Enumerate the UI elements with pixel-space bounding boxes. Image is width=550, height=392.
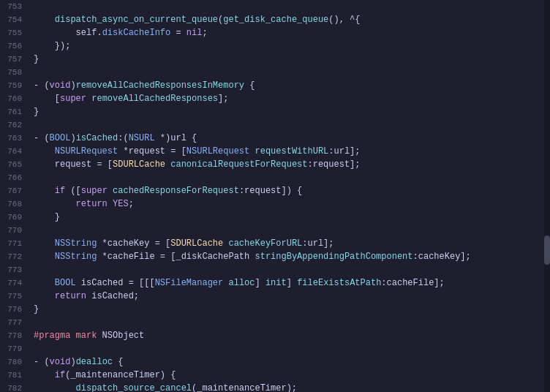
code-line-755: self.diskCacheInfo = nil;	[34, 26, 550, 39]
code-line-768: return YES;	[34, 197, 550, 211]
ln-761: 761	[0, 105, 22, 118]
code-line-769: }	[34, 211, 550, 224]
ln-778: 778	[0, 329, 22, 342]
scrollbar-thumb[interactable]	[544, 235, 550, 265]
code-line-776: }	[34, 303, 550, 316]
ln-760: 760	[0, 92, 22, 105]
code-line-754: dispatch_async_on_current_queue(get_disk…	[34, 13, 550, 26]
ln-762: 762	[0, 118, 22, 132]
code-line-753	[34, 0, 550, 13]
code-line-758	[34, 66, 550, 79]
ln-776: 776	[0, 303, 22, 316]
code-line-777	[34, 316, 550, 329]
ln-774: 774	[0, 276, 22, 290]
ln-775: 775	[0, 290, 22, 303]
code-line-775: return isCached;	[34, 290, 550, 303]
code-line-781: if(_maintenanceTimer) {	[34, 369, 550, 382]
code-line-779	[34, 342, 550, 355]
code-line-761: }	[34, 105, 550, 118]
ln-756: 756	[0, 39, 22, 53]
ln-754: 754	[0, 13, 22, 26]
code-line-778: #pragma mark NSObject	[34, 329, 550, 342]
code-line-780: - (void)dealloc {	[34, 355, 550, 369]
ln-764: 764	[0, 145, 22, 158]
scrollbar[interactable]	[544, 0, 550, 392]
ln-755: 755	[0, 26, 22, 39]
line-numbers: 753 754 755 756 757 758 759 760 761 762 …	[0, 0, 28, 392]
code-line-782: dispatch_source_cancel(_maintenanceTimer…	[34, 382, 550, 392]
code-line-774: BOOL isCached = [[[NSFileManager alloc] …	[34, 276, 550, 290]
code-line-757: }	[34, 53, 550, 66]
code-line-756: });	[34, 39, 550, 53]
ln-759: 759	[0, 79, 22, 92]
ln-773: 773	[0, 263, 22, 276]
ln-768: 768	[0, 197, 22, 211]
code-line-766	[34, 171, 550, 184]
ln-769: 769	[0, 211, 22, 224]
code-line-770	[34, 224, 550, 237]
ln-757: 757	[0, 53, 22, 66]
ln-779: 779	[0, 342, 22, 355]
ln-753: 753	[0, 0, 22, 13]
ln-780: 780	[0, 355, 22, 369]
ln-758: 758	[0, 66, 22, 79]
code-line-764: NSURLRequest *request = [NSURLRequest re…	[34, 145, 550, 158]
ln-782: 782	[0, 382, 22, 392]
code-line-765: request = [SDURLCache canonicalRequestFo…	[34, 158, 550, 171]
ln-766: 766	[0, 171, 22, 184]
code-line-772: NSString *cacheFile = [_diskCachePath st…	[34, 250, 550, 263]
code-line-759: - (void)removeAllCachedResponsesInMemory…	[34, 79, 550, 92]
code-area[interactable]: dispatch_async_on_current_queue(get_disk…	[28, 0, 550, 392]
ln-772: 772	[0, 250, 22, 263]
code-line-760: [super removeAllCachedResponses];	[34, 92, 550, 105]
code-editor: 753 754 755 756 757 758 759 760 761 762 …	[0, 0, 550, 392]
ln-767: 767	[0, 184, 22, 197]
ln-771: 771	[0, 237, 22, 250]
code-line-762	[34, 118, 550, 132]
ln-763: 763	[0, 132, 22, 145]
ln-765: 765	[0, 158, 22, 171]
ln-777: 777	[0, 316, 22, 329]
code-line-773	[34, 263, 550, 276]
code-line-763: - (BOOL)isCached:(NSURL *)url {	[34, 132, 550, 145]
code-line-771: NSString *cacheKey = [SDURLCache cacheKe…	[34, 237, 550, 250]
ln-770: 770	[0, 224, 22, 237]
ln-781: 781	[0, 369, 22, 382]
code-line-767: if ([super cachedResponseForRequest:requ…	[34, 184, 550, 197]
